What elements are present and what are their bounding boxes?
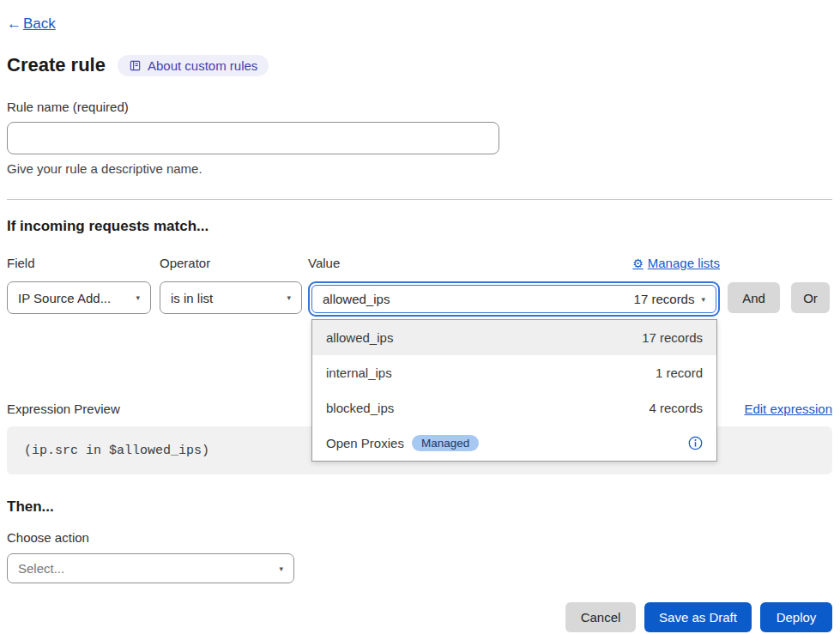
operator-label: Operator: [160, 256, 308, 270]
back-row: ←Back: [7, 15, 832, 33]
create-rule-page: ←Back Create rule About custom rules Rul…: [0, 0, 840, 632]
chevron-down-icon: ▾: [701, 295, 705, 304]
chevron-down-icon: ▾: [279, 565, 283, 573]
condition-labels-row: Field Operator Value ⚙ Manage lists: [7, 256, 832, 270]
list-name: allowed_ips: [326, 330, 393, 345]
chevron-down-icon: ▾: [136, 293, 140, 302]
match-heading: If incoming requests match...: [7, 218, 832, 235]
back-link[interactable]: Back: [23, 15, 56, 32]
footer-actions: Cancel Save as Draft Deploy: [7, 602, 832, 632]
dropdown-item-allowed-ips[interactable]: allowed_ips 17 records: [312, 320, 716, 355]
about-custom-rules-label: About custom rules: [148, 58, 257, 73]
manage-lists-label: Manage lists: [648, 256, 720, 270]
list-count: 1 record: [656, 365, 703, 380]
list-count: 4 records: [649, 401, 703, 415]
cancel-button[interactable]: Cancel: [565, 602, 636, 632]
list-name: internal_ips: [326, 365, 392, 380]
value-select[interactable]: allowed_ips 17 records ▾: [311, 285, 716, 313]
expression-code: (ip.src in $allowed_ips): [24, 444, 209, 458]
edit-expression-link[interactable]: Edit expression: [744, 402, 832, 416]
field-select[interactable]: IP Source Add... ▾: [7, 281, 151, 314]
value-dropdown-menu: allowed_ips 17 records internal_ips 1 re…: [311, 319, 717, 462]
dropdown-item-internal-ips[interactable]: internal_ips 1 record: [312, 355, 716, 390]
save-as-draft-button[interactable]: Save as Draft: [644, 602, 752, 632]
deploy-button[interactable]: Deploy: [760, 602, 832, 632]
info-icon[interactable]: [688, 436, 703, 450]
and-button[interactable]: And: [728, 282, 780, 313]
field-select-value: IP Source Add...: [18, 291, 111, 305]
rule-name-input[interactable]: [7, 122, 499, 154]
title-row: Create rule About custom rules: [7, 54, 832, 76]
list-name: blocked_ips: [326, 401, 394, 415]
action-select-placeholder: Select...: [18, 561, 64, 576]
action-select[interactable]: Select... ▾: [7, 553, 294, 583]
or-button[interactable]: Or: [791, 282, 830, 313]
value-select-value: allowed_ips: [323, 292, 390, 306]
rule-name-label: Rule name (required): [7, 100, 832, 114]
chevron-down-icon: ▾: [287, 293, 291, 302]
list-name: Open Proxies: [326, 436, 404, 450]
dropdown-item-blocked-ips[interactable]: blocked_ips 4 records: [312, 390, 716, 426]
page-title: Create rule: [7, 54, 106, 76]
managed-badge: Managed: [412, 435, 479, 451]
choose-action-label: Choose action: [7, 530, 832, 545]
then-heading: Then...: [7, 498, 832, 516]
list-count: 17 records: [642, 330, 703, 345]
rule-name-helper: Give your rule a descriptive name.: [7, 161, 832, 176]
field-label: Field: [7, 256, 160, 270]
value-select-count: 17 records: [634, 292, 695, 306]
manage-lists-link[interactable]: ⚙ Manage lists: [632, 256, 720, 270]
value-label: Value: [308, 256, 340, 270]
about-custom-rules-link[interactable]: About custom rules: [118, 55, 269, 76]
operator-select[interactable]: is in list ▾: [160, 281, 302, 314]
expression-preview-label: Expression Preview: [7, 402, 120, 416]
section-divider: [7, 199, 832, 200]
dropdown-item-open-proxies[interactable]: Open Proxies Managed: [312, 426, 716, 461]
back-arrow-icon: ←: [7, 15, 21, 32]
book-icon: [129, 59, 142, 72]
gear-icon: ⚙: [632, 257, 644, 270]
condition-row: IP Source Add... ▾ is in list ▾ allowed_…: [7, 281, 832, 317]
value-select-focused: allowed_ips 17 records ▾ allowed_ips 17 …: [308, 281, 720, 317]
operator-select-value: is in list: [171, 291, 213, 305]
